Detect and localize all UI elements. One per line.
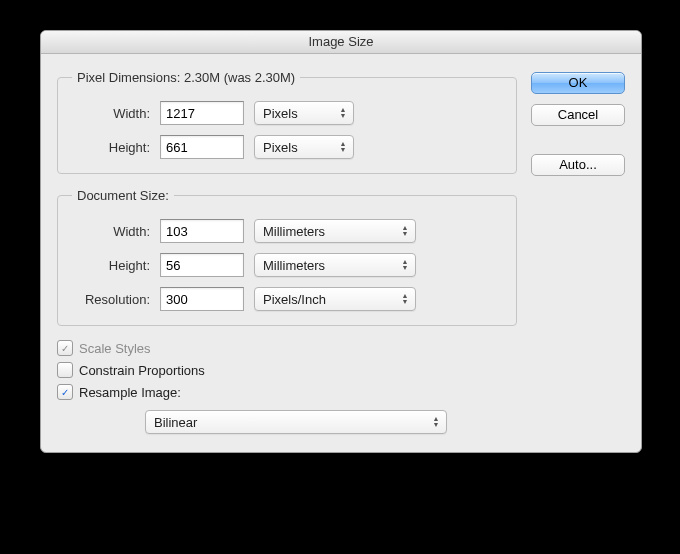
resample-method-select[interactable]: Bilinear ▲▼ <box>145 410 447 434</box>
pixel-height-row: Height: Pixels ▲▼ <box>72 135 502 159</box>
stepper-arrows-icon: ▲▼ <box>397 254 413 276</box>
pixel-height-input[interactable] <box>160 135 244 159</box>
doc-resolution-label: Resolution: <box>72 292 150 307</box>
pixel-dimensions-group: Pixel Dimensions: 2.30M (was 2.30M) Widt… <box>57 70 517 174</box>
stepper-arrows-icon: ▲▼ <box>397 220 413 242</box>
resample-image-row: ✓ Resample Image: <box>57 384 517 400</box>
pixel-height-label: Height: <box>72 140 150 155</box>
pixel-width-input[interactable] <box>160 101 244 125</box>
constrain-proportions-label: Constrain Proportions <box>79 363 205 378</box>
cancel-button[interactable]: Cancel <box>531 104 625 126</box>
resample-method-value: Bilinear <box>154 415 197 430</box>
left-column: Pixel Dimensions: 2.30M (was 2.30M) Widt… <box>57 70 517 434</box>
doc-width-unit-value: Millimeters <box>263 224 325 239</box>
resample-image-label: Resample Image: <box>79 385 181 400</box>
resample-image-checkbox[interactable]: ✓ <box>57 384 73 400</box>
ok-button[interactable]: OK <box>531 72 625 94</box>
dialog-title: Image Size <box>41 31 641 54</box>
stepper-arrows-icon: ▲▼ <box>397 288 413 310</box>
pixel-width-unit-select[interactable]: Pixels ▲▼ <box>254 101 354 125</box>
doc-width-input[interactable] <box>160 219 244 243</box>
doc-resolution-input[interactable] <box>160 287 244 311</box>
doc-width-unit-select[interactable]: Millimeters ▲▼ <box>254 219 416 243</box>
pixel-height-unit-select[interactable]: Pixels ▲▼ <box>254 135 354 159</box>
doc-height-unit-value: Millimeters <box>263 258 325 273</box>
constrain-proportions-checkbox[interactable] <box>57 362 73 378</box>
auto-button[interactable]: Auto... <box>531 154 625 176</box>
right-column: OK Cancel Auto... <box>531 70 625 434</box>
pixel-width-unit-value: Pixels <box>263 106 298 121</box>
pixel-width-row: Width: Pixels ▲▼ <box>72 101 502 125</box>
image-size-dialog: Image Size Pixel Dimensions: 2.30M (was … <box>40 30 642 453</box>
doc-height-input[interactable] <box>160 253 244 277</box>
scale-styles-checkbox: ✓ <box>57 340 73 356</box>
scale-styles-label: Scale Styles <box>79 341 151 356</box>
pixel-height-unit-value: Pixels <box>263 140 298 155</box>
pixel-width-label: Width: <box>72 106 150 121</box>
stepper-arrows-icon: ▲▼ <box>335 136 351 158</box>
doc-resolution-unit-select[interactable]: Pixels/Inch ▲▼ <box>254 287 416 311</box>
doc-width-label: Width: <box>72 224 150 239</box>
doc-resolution-row: Resolution: Pixels/Inch ▲▼ <box>72 287 502 311</box>
dialog-body: Pixel Dimensions: 2.30M (was 2.30M) Widt… <box>41 54 641 452</box>
document-size-legend: Document Size: <box>72 188 174 203</box>
button-spacer <box>531 136 625 144</box>
pixel-dimensions-legend: Pixel Dimensions: 2.30M (was 2.30M) <box>72 70 300 85</box>
options-group: ✓ Scale Styles Constrain Proportions ✓ R… <box>57 340 517 434</box>
document-size-group: Document Size: Width: Millimeters ▲▼ Hei… <box>57 188 517 326</box>
doc-height-label: Height: <box>72 258 150 273</box>
constrain-proportions-row: Constrain Proportions <box>57 362 517 378</box>
stepper-arrows-icon: ▲▼ <box>428 411 444 433</box>
doc-width-row: Width: Millimeters ▲▼ <box>72 219 502 243</box>
doc-height-unit-select[interactable]: Millimeters ▲▼ <box>254 253 416 277</box>
stepper-arrows-icon: ▲▼ <box>335 102 351 124</box>
scale-styles-row: ✓ Scale Styles <box>57 340 517 356</box>
doc-resolution-unit-value: Pixels/Inch <box>263 292 326 307</box>
doc-height-row: Height: Millimeters ▲▼ <box>72 253 502 277</box>
resample-method-row: Bilinear ▲▼ <box>57 410 517 434</box>
